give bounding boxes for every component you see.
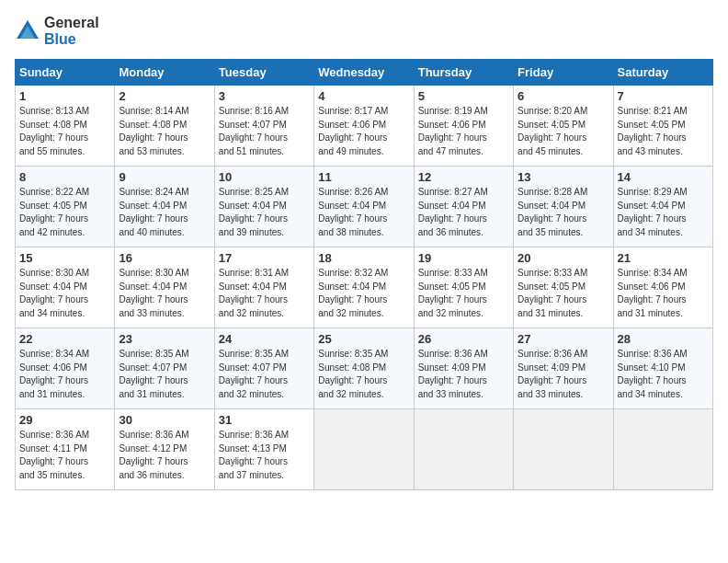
day-number: 18 [318, 251, 409, 265]
day-info: Sunrise: 8:33 AM Sunset: 4:05 PM Dayligh… [418, 267, 509, 320]
day-number: 2 [119, 89, 210, 103]
day-number: 23 [119, 332, 210, 346]
calendar-cell [613, 409, 712, 490]
calendar-cell: 23Sunrise: 8:35 AM Sunset: 4:07 PM Dayli… [115, 328, 214, 409]
day-info: Sunrise: 8:36 AM Sunset: 4:13 PM Dayligh… [219, 429, 310, 482]
weekday-header-thursday: Thursday [414, 60, 513, 86]
day-number: 12 [418, 170, 509, 184]
day-info: Sunrise: 8:32 AM Sunset: 4:04 PM Dayligh… [318, 267, 409, 320]
day-info: Sunrise: 8:14 AM Sunset: 4:08 PM Dayligh… [119, 105, 210, 158]
day-number: 5 [418, 89, 509, 103]
day-info: Sunrise: 8:34 AM Sunset: 4:06 PM Dayligh… [19, 348, 110, 401]
calendar-week-row: 8Sunrise: 8:22 AM Sunset: 4:05 PM Daylig… [16, 167, 713, 247]
logo-icon [15, 18, 40, 44]
calendar-cell: 15Sunrise: 8:30 AM Sunset: 4:04 PM Dayli… [16, 247, 115, 328]
day-number: 30 [119, 413, 210, 427]
day-number: 7 [618, 89, 709, 103]
calendar-cell: 30Sunrise: 8:36 AM Sunset: 4:12 PM Dayli… [115, 409, 214, 490]
day-info: Sunrise: 8:25 AM Sunset: 4:04 PM Dayligh… [219, 186, 310, 239]
calendar-cell: 12Sunrise: 8:27 AM Sunset: 4:04 PM Dayli… [414, 167, 513, 247]
day-number: 1 [19, 89, 110, 103]
day-info: Sunrise: 8:35 AM Sunset: 4:07 PM Dayligh… [119, 348, 210, 401]
day-number: 27 [518, 332, 609, 346]
calendar-cell: 29Sunrise: 8:36 AM Sunset: 4:11 PM Dayli… [16, 409, 115, 490]
day-number: 29 [19, 413, 110, 427]
day-number: 6 [518, 89, 609, 103]
calendar-cell: 10Sunrise: 8:25 AM Sunset: 4:04 PM Dayli… [214, 167, 313, 247]
day-number: 22 [19, 332, 110, 346]
calendar-cell: 4Sunrise: 8:17 AM Sunset: 4:06 PM Daylig… [314, 86, 414, 167]
calendar-cell: 5Sunrise: 8:19 AM Sunset: 4:06 PM Daylig… [414, 86, 513, 167]
day-info: Sunrise: 8:33 AM Sunset: 4:05 PM Dayligh… [518, 267, 609, 320]
calendar-week-row: 1Sunrise: 8:13 AM Sunset: 4:08 PM Daylig… [16, 86, 713, 167]
day-number: 28 [618, 332, 709, 346]
calendar-cell: 11Sunrise: 8:26 AM Sunset: 4:04 PM Dayli… [314, 167, 414, 247]
calendar-cell: 26Sunrise: 8:36 AM Sunset: 4:09 PM Dayli… [414, 328, 513, 409]
day-number: 10 [219, 170, 310, 184]
day-info: Sunrise: 8:29 AM Sunset: 4:04 PM Dayligh… [618, 186, 709, 239]
calendar-cell: 31Sunrise: 8:36 AM Sunset: 4:13 PM Dayli… [214, 409, 313, 490]
day-info: Sunrise: 8:13 AM Sunset: 4:08 PM Dayligh… [19, 105, 110, 158]
day-number: 14 [618, 170, 709, 184]
day-number: 11 [318, 170, 409, 184]
calendar-cell: 9Sunrise: 8:24 AM Sunset: 4:04 PM Daylig… [115, 167, 214, 247]
day-number: 4 [318, 89, 409, 103]
weekday-header-friday: Friday [514, 60, 613, 86]
day-info: Sunrise: 8:36 AM Sunset: 4:10 PM Dayligh… [618, 348, 709, 401]
calendar-cell: 28Sunrise: 8:36 AM Sunset: 4:10 PM Dayli… [613, 328, 712, 409]
calendar-cell: 7Sunrise: 8:21 AM Sunset: 4:05 PM Daylig… [613, 86, 712, 167]
day-number: 25 [318, 332, 409, 346]
day-info: Sunrise: 8:36 AM Sunset: 4:09 PM Dayligh… [518, 348, 609, 401]
day-info: Sunrise: 8:36 AM Sunset: 4:12 PM Dayligh… [119, 429, 210, 482]
day-info: Sunrise: 8:22 AM Sunset: 4:05 PM Dayligh… [19, 186, 110, 239]
weekday-header-saturday: Saturday [613, 60, 712, 86]
calendar-cell: 25Sunrise: 8:35 AM Sunset: 4:08 PM Dayli… [314, 328, 414, 409]
calendar-week-row: 15Sunrise: 8:30 AM Sunset: 4:04 PM Dayli… [16, 247, 713, 328]
calendar-cell: 18Sunrise: 8:32 AM Sunset: 4:04 PM Dayli… [314, 247, 414, 328]
day-info: Sunrise: 8:36 AM Sunset: 4:11 PM Dayligh… [19, 429, 110, 482]
day-info: Sunrise: 8:16 AM Sunset: 4:07 PM Dayligh… [219, 105, 310, 158]
day-info: Sunrise: 8:21 AM Sunset: 4:05 PM Dayligh… [618, 105, 709, 158]
weekday-header-tuesday: Tuesday [214, 60, 313, 86]
day-number: 9 [119, 170, 210, 184]
day-number: 21 [618, 251, 709, 265]
calendar-week-row: 29Sunrise: 8:36 AM Sunset: 4:11 PM Dayli… [16, 409, 713, 490]
weekday-header-monday: Monday [115, 60, 214, 86]
day-info: Sunrise: 8:17 AM Sunset: 4:06 PM Dayligh… [318, 105, 409, 158]
calendar-cell [514, 409, 613, 490]
calendar-cell: 8Sunrise: 8:22 AM Sunset: 4:05 PM Daylig… [16, 167, 115, 247]
day-number: 8 [19, 170, 110, 184]
calendar-cell: 22Sunrise: 8:34 AM Sunset: 4:06 PM Dayli… [16, 328, 115, 409]
logo: General Blue [15, 15, 99, 48]
day-info: Sunrise: 8:24 AM Sunset: 4:04 PM Dayligh… [119, 186, 210, 239]
day-info: Sunrise: 8:35 AM Sunset: 4:08 PM Dayligh… [318, 348, 409, 401]
calendar-cell: 20Sunrise: 8:33 AM Sunset: 4:05 PM Dayli… [514, 247, 613, 328]
day-info: Sunrise: 8:30 AM Sunset: 4:04 PM Dayligh… [119, 267, 210, 320]
day-number: 17 [219, 251, 310, 265]
day-info: Sunrise: 8:36 AM Sunset: 4:09 PM Dayligh… [418, 348, 509, 401]
calendar-cell: 2Sunrise: 8:14 AM Sunset: 4:08 PM Daylig… [115, 86, 214, 167]
calendar-cell: 17Sunrise: 8:31 AM Sunset: 4:04 PM Dayli… [214, 247, 313, 328]
weekday-header-sunday: Sunday [16, 60, 115, 86]
calendar-cell [414, 409, 513, 490]
day-number: 26 [418, 332, 509, 346]
day-info: Sunrise: 8:35 AM Sunset: 4:07 PM Dayligh… [219, 348, 310, 401]
day-info: Sunrise: 8:28 AM Sunset: 4:04 PM Dayligh… [518, 186, 609, 239]
calendar-cell: 27Sunrise: 8:36 AM Sunset: 4:09 PM Dayli… [514, 328, 613, 409]
calendar-cell: 14Sunrise: 8:29 AM Sunset: 4:04 PM Dayli… [613, 167, 712, 247]
weekday-header-row: SundayMondayTuesdayWednesdayThursdayFrid… [16, 60, 713, 86]
logo-text: General Blue [44, 15, 99, 48]
day-info: Sunrise: 8:34 AM Sunset: 4:06 PM Dayligh… [618, 267, 709, 320]
calendar-cell: 3Sunrise: 8:16 AM Sunset: 4:07 PM Daylig… [214, 86, 313, 167]
calendar-table: SundayMondayTuesdayWednesdayThursdayFrid… [15, 59, 713, 490]
calendar-cell: 13Sunrise: 8:28 AM Sunset: 4:04 PM Dayli… [514, 167, 613, 247]
day-number: 16 [119, 251, 210, 265]
calendar-week-row: 22Sunrise: 8:34 AM Sunset: 4:06 PM Dayli… [16, 328, 713, 409]
day-number: 13 [518, 170, 609, 184]
calendar-cell: 1Sunrise: 8:13 AM Sunset: 4:08 PM Daylig… [16, 86, 115, 167]
weekday-header-wednesday: Wednesday [314, 60, 414, 86]
day-number: 15 [19, 251, 110, 265]
day-number: 31 [219, 413, 310, 427]
calendar-cell: 6Sunrise: 8:20 AM Sunset: 4:05 PM Daylig… [514, 86, 613, 167]
day-number: 20 [518, 251, 609, 265]
